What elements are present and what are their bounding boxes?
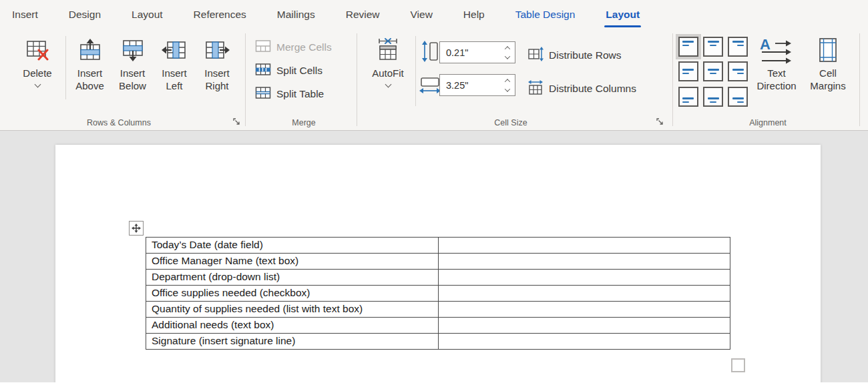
insert-above-icon [78,37,102,63]
table-cell-label[interactable]: Signature (insert signature line) [146,334,439,350]
group-label-merge: Merge [270,118,337,127]
table-row: Signature (insert signature line) [146,334,730,350]
column-width-spinner [500,75,515,95]
split-cells-icon [255,63,271,79]
tab-review[interactable]: Review [346,0,380,29]
column-width-icon [419,76,441,97]
ribbon-tab-bar: Insert Design Layout References Mailings… [0,0,868,29]
text-direction-button[interactable]: A Text Direction [752,35,801,111]
group-divider [357,33,357,126]
insert-right-button[interactable]: Insert Right [195,35,239,111]
align-bottom-left-button[interactable] [678,87,698,107]
merge-cells-icon [255,39,271,55]
insert-below-button[interactable]: Insert Below [112,35,154,111]
distribute-rows-icon [527,47,544,64]
move-cross-icon [132,224,141,233]
row-height-value[interactable]: 0.21" [440,47,500,58]
group-label-rows-columns: Rows & Columns [35,118,202,127]
split-table-icon [255,86,271,102]
row-height-input[interactable]: 0.21" [439,41,515,63]
cell-margins-button[interactable]: Cell Margins [804,35,852,111]
table-cell-label[interactable]: Office Manager Name (text box) [146,254,439,270]
table-cell-label[interactable]: Quantity of supplies needed (list with t… [146,302,439,318]
text-direction-icon: A [759,37,794,63]
group-label-cell-size: Cell Size [441,118,581,127]
tab-insert[interactable]: Insert [12,0,38,29]
table-row: Department (drop-down list) [146,270,730,286]
table-cell-value[interactable] [439,238,730,254]
word-window: Insert Design Layout References Mailings… [0,0,868,385]
table-cell-label[interactable]: Department (drop-down list) [146,270,439,286]
tab-mailings[interactable]: Mailings [277,0,315,29]
align-bottom-center-button[interactable] [703,87,723,107]
group-divider [245,33,246,126]
table-row: Office Manager Name (text box) [146,254,730,270]
autofit-icon [376,37,400,63]
column-width-value[interactable]: 3.25" [440,80,500,91]
row-height-spinner [500,42,515,63]
table-cell-value[interactable] [439,254,730,270]
cell-margins-icon [817,37,839,63]
table-move-handle[interactable] [129,221,144,236]
align-top-left-button[interactable] [678,37,698,57]
column-width-increment-button[interactable] [503,78,512,83]
distribute-rows-button[interactable]: Distribute Rows [527,47,622,64]
tab-references[interactable]: References [194,0,246,29]
delete-table-icon [25,37,49,63]
insert-above-button[interactable]: Insert Above [69,35,111,111]
table-row: Additional needs (text box) [146,318,730,334]
split-cells-button[interactable]: Split Cells [255,62,322,79]
align-center-right-button[interactable] [728,61,748,81]
table-cell-value[interactable] [439,318,730,334]
tab-table-design[interactable]: Table Design [515,0,576,29]
row-height-icon [421,41,439,65]
align-center-button[interactable] [703,61,723,81]
table-cell-value[interactable] [439,302,730,318]
tab-layout[interactable]: Layout [132,0,163,29]
table-resize-handle[interactable] [731,358,745,372]
table-row: Today’s Date (date field) [146,238,730,254]
delete-button[interactable]: Delete [11,35,64,111]
tab-design[interactable]: Design [69,0,101,29]
delete-dropdown-chevron-icon [34,81,41,88]
dialog-launcher-icon [656,117,664,126]
table-cell-label[interactable]: Today’s Date (date field) [146,238,439,254]
align-top-center-button[interactable] [703,37,723,57]
table-cell-label[interactable]: Additional needs (text box) [146,318,439,334]
svg-text:A: A [760,36,771,53]
page-bottom-strip [0,382,868,385]
delete-button-label: Delete [23,67,51,79]
distribute-columns-button[interactable]: Distribute Columns [527,80,636,97]
tab-view[interactable]: View [411,0,433,29]
align-bottom-right-button[interactable] [728,87,748,107]
table-cell-value[interactable] [439,286,730,302]
table-cell-label[interactable]: Office supplies needed (checkbox) [146,286,439,302]
group-divider [859,33,860,126]
autofit-dropdown-chevron-icon [385,81,391,88]
cell-size-dialog-launcher[interactable] [655,117,664,126]
ribbon: Delete Insert Above [0,29,868,131]
group-label-alignment: Alignment [694,118,841,127]
column-width-input[interactable]: 3.25" [439,74,515,96]
document-table: Today’s Date (date field) Office Manager… [146,237,730,350]
align-center-left-button[interactable] [678,61,698,81]
column-width-decrement-button[interactable] [503,87,512,93]
table-cell-value[interactable] [439,270,730,286]
distribute-columns-icon [527,80,544,97]
align-top-right-button[interactable] [728,37,748,57]
rows-columns-dialog-launcher[interactable] [232,117,241,126]
row-height-decrement-button[interactable] [503,55,512,60]
split-table-button[interactable]: Split Table [255,85,324,103]
table-row: Quantity of supplies needed (list with t… [146,302,730,318]
group-divider [672,33,673,126]
tab-table-layout-active[interactable]: Layout [606,0,640,29]
row-height-increment-button[interactable] [503,45,512,51]
insert-left-button[interactable]: Insert Left [154,35,194,111]
table-cell-value[interactable] [439,334,730,350]
dialog-launcher-icon [232,117,241,126]
merge-cells-button: Merge Cells [255,39,332,56]
document-page[interactable]: Today’s Date (date field) Office Manager… [55,145,821,385]
insert-below-icon [121,37,145,63]
tab-help[interactable]: Help [463,0,485,29]
autofit-button[interactable]: AutoFit [365,35,411,111]
